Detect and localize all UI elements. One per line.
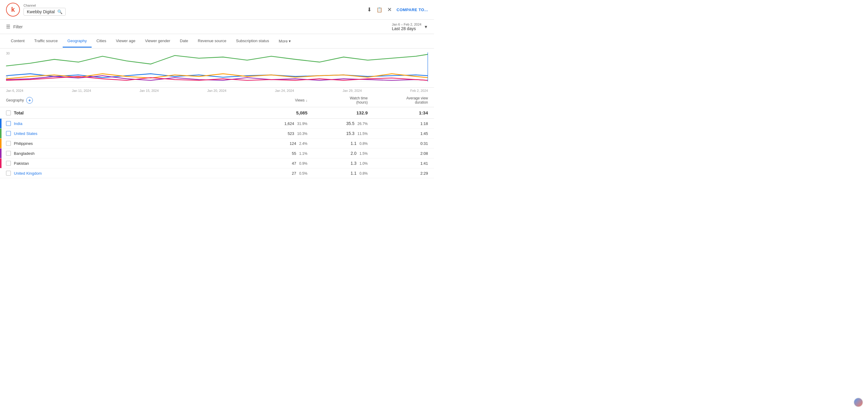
close-icon[interactable]: ✕ (387, 6, 392, 13)
geo-cell-us: United States (6, 131, 247, 136)
views-pct-us: 10.3% (297, 132, 307, 136)
geo-cell-pk: Pakistan (6, 161, 247, 166)
watch-num-bd: 2.0 (350, 151, 356, 156)
tab-geography[interactable]: Geography (63, 35, 92, 47)
avg-cell-uk: 2:29 (368, 171, 428, 176)
add-column-button[interactable]: + (26, 97, 33, 104)
watch-pct-us: 11.5% (358, 132, 368, 136)
views-cell-bd: 55 1.1% (247, 151, 307, 156)
watch-num-us: 15.3 (346, 131, 354, 136)
country-india[interactable]: India (14, 122, 22, 126)
tab-content[interactable]: Content (6, 35, 30, 47)
color-strip-ph (0, 139, 1, 148)
views-num-bd: 55 (292, 151, 296, 156)
chart-y-zero: 0 (6, 75, 8, 78)
th-views[interactable]: Views ↓ (247, 96, 307, 104)
x-label-2: Jan 15, 2024 (140, 89, 159, 93)
date-range-text: Jan 6 – Feb 2, 2024 (392, 23, 421, 26)
total-row: Total 5,085 132.9 1:34 (0, 107, 434, 119)
color-strip-pk (0, 159, 1, 168)
total-text: Total (14, 110, 24, 115)
country-bd: Bangladesh (14, 151, 35, 156)
row-checkbox-bd[interactable] (6, 151, 11, 156)
color-strip-us (0, 129, 1, 138)
row-checkbox-ph[interactable] (6, 141, 11, 146)
watch-num-pk: 1.3 (350, 161, 356, 166)
watch-num-uk: 1.1 (350, 171, 356, 176)
tab-date[interactable]: Date (175, 35, 193, 47)
total-avg-duration: 1:34 (368, 110, 428, 115)
views-cell-pk: 47 0.9% (247, 161, 307, 166)
row-checkbox-uk[interactable] (6, 171, 11, 176)
avg-cell-ph: 0:31 (368, 141, 428, 146)
tab-viewer-gender[interactable]: Viewer gender (140, 35, 175, 47)
th-geography-label: Geography (6, 98, 24, 102)
search-icon[interactable]: 🔍 (57, 9, 62, 14)
country-us[interactable]: United States (14, 131, 37, 136)
chart-area: 30 0 (0, 48, 434, 88)
watch-pct-ph: 0.8% (360, 142, 368, 146)
table-row: Bangladesh 55 1.1% 2.0 1.5% 2:08 (0, 148, 434, 159)
watch-pct-uk: 0.8% (360, 171, 368, 176)
total-label-cell: Total (6, 110, 247, 115)
watch-pct-india: 26.7% (358, 122, 368, 126)
tab-more[interactable]: More ▾ (274, 35, 296, 47)
header: k Channel Kwebby Digital 🔍 ⬇ 📋 ✕ COMPARE… (0, 0, 434, 20)
channel-section: Channel Kwebby Digital 🔍 (24, 4, 66, 16)
header-right: ⬇ 📋 ✕ COMPARE TO... (367, 6, 428, 13)
tab-revenue-source[interactable]: Revenue source (193, 35, 231, 47)
row-checkbox-pk[interactable] (6, 161, 11, 166)
geo-cell-uk: United Kingdom (6, 171, 247, 176)
chart-svg (6, 48, 428, 87)
watch-cell-ph: 1.1 0.8% (307, 141, 368, 146)
total-checkbox[interactable] (6, 110, 11, 115)
tab-viewer-age[interactable]: Viewer age (111, 35, 140, 47)
filter-icon: ☰ (6, 24, 10, 30)
total-views: 5,085 (247, 110, 307, 115)
views-cell-india: 1,624 31.9% (247, 121, 307, 126)
tab-subscription-status[interactable]: Subscription status (231, 35, 274, 47)
watch-num-ph: 1.1 (350, 141, 356, 146)
row-checkbox-india[interactable] (6, 121, 11, 126)
filter-label: Filter (13, 24, 23, 29)
table-row: Philippines 124 2.4% 1.1 0.8% 0:31 (0, 139, 434, 148)
date-dropdown-arrow[interactable]: ▼ (424, 24, 428, 29)
channel-selector[interactable]: Kwebby Digital 🔍 (24, 8, 66, 16)
avg-cell-india: 1:18 (368, 122, 428, 126)
th-watch-time-label: Watch time (350, 96, 368, 100)
table-section: Geography + Views ↓ Watch time (hours) A… (0, 94, 434, 206)
table-row: United Kingdom 27 0.5% 1.1 0.8% 2:29 (0, 168, 434, 178)
country-uk[interactable]: United Kingdom (14, 171, 42, 176)
geo-cell-india: India (6, 121, 247, 126)
watch-pct-pk: 1.0% (360, 162, 368, 166)
date-range-section: Jan 6 – Feb 2, 2024 Last 28 days ▼ (392, 23, 428, 31)
th-views-label: Views (295, 98, 305, 102)
row-checkbox-us[interactable] (6, 131, 11, 136)
views-cell-uk: 27 0.5% (247, 171, 307, 176)
total-watch-time: 132.9 (307, 110, 368, 115)
watch-cell-india: 35.5 26.7% (307, 121, 368, 126)
watch-cell-bd: 2.0 1.5% (307, 151, 368, 156)
notification-icon[interactable]: 📋 (376, 7, 382, 13)
x-label-5: Jan 29, 2024 (343, 89, 362, 93)
views-pct-bd: 1.1% (299, 151, 307, 156)
chart-y-max: 30 (6, 52, 10, 55)
download-icon[interactable]: ⬇ (367, 6, 372, 13)
views-num-pk: 47 (292, 161, 296, 166)
th-watch-time-unit: (hours) (356, 100, 368, 104)
views-num-uk: 27 (292, 171, 296, 176)
main-content: ☰ Filter Jan 6 – Feb 2, 2024 Last 28 day… (0, 20, 434, 206)
country-pk: Pakistan (14, 161, 29, 166)
views-num-ph: 124 (290, 141, 296, 146)
compare-button[interactable]: COMPARE TO... (397, 7, 428, 12)
table-row: India 1,624 31.9% 35.5 26.7% 1:18 (0, 119, 434, 129)
tab-cities[interactable]: Cities (92, 35, 111, 47)
views-pct-india: 31.9% (297, 122, 307, 126)
watch-cell-us: 15.3 11.5% (307, 131, 368, 136)
geo-cell-bd: Bangladesh (6, 151, 247, 156)
x-label-4: Jan 24, 2024 (275, 89, 294, 93)
color-strip-bd (0, 148, 1, 158)
watch-pct-bd: 1.5% (360, 151, 368, 156)
x-label-0: Jan 6, 2024 (6, 89, 24, 93)
tab-traffic-source[interactable]: Traffic source (30, 35, 63, 47)
